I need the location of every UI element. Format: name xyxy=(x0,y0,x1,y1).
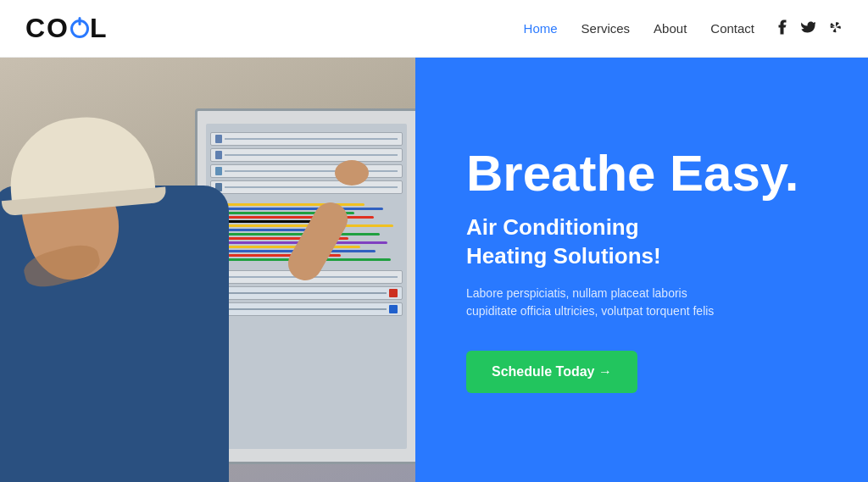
nav-about[interactable]: About xyxy=(654,21,687,36)
logo-power-icon xyxy=(70,19,89,38)
header: CO L Home Services About Contact xyxy=(0,0,868,58)
facebook-icon[interactable] xyxy=(778,19,787,38)
hero-section: Breathe Easy. Air Conditioning Heating S… xyxy=(0,58,868,482)
nav-services[interactable]: Services xyxy=(581,21,631,36)
twitter-icon[interactable] xyxy=(800,20,815,37)
logo-text-co: CO xyxy=(25,13,70,44)
logo-text-l: L xyxy=(90,13,108,44)
yelp-icon[interactable] xyxy=(829,19,843,38)
hero-image xyxy=(0,58,415,482)
hero-subheadline: Air Conditioning Heating Solutions! xyxy=(466,213,817,271)
main-nav: Home Services About Contact xyxy=(524,19,843,38)
hero-description: Labore perspiciatis, nullam placeat labo… xyxy=(466,285,737,320)
logo[interactable]: CO L xyxy=(25,13,108,44)
social-icons xyxy=(778,19,843,38)
hero-headline: Breathe Easy. xyxy=(466,147,817,200)
hero-content: Breathe Easy. Air Conditioning Heating S… xyxy=(415,58,868,482)
nav-home[interactable]: Home xyxy=(524,21,558,36)
nav-contact[interactable]: Contact xyxy=(710,21,754,36)
schedule-today-button[interactable]: Schedule Today → xyxy=(466,351,637,393)
